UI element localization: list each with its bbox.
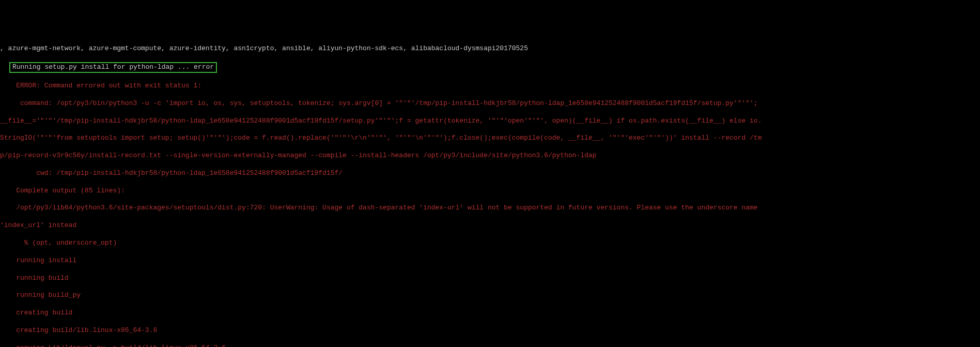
running-build: running build: [0, 274, 980, 283]
running-install: running install: [0, 257, 980, 265]
opt-line: % (opt, underscore_opt): [0, 239, 980, 248]
creating-build-lib: creating build/lib.linux-x86_64-3.6: [0, 326, 980, 335]
userwarning-cont: 'index_url' instead: [0, 221, 980, 230]
terminal-output[interactable]: , azure-mgmt-network, azure-mgmt-compute…: [0, 35, 980, 347]
running-build-py: running build_py: [0, 291, 980, 300]
command-line: command: /opt/py3/bin/python3 -u -c 'imp…: [0, 99, 980, 108]
command-cont-1: __file__='"'"'/tmp/pip-install-hdkjbr58/…: [0, 117, 980, 126]
error-header: ERROR: Command errored out with exit sta…: [0, 82, 980, 90]
complete-output-line: Complete output (85 lines):: [0, 187, 980, 195]
error-highlight-box: Running setup.py install for python-ldap…: [9, 62, 217, 73]
package-list-line: , azure-mgmt-network, azure-mgmt-compute…: [0, 44, 980, 53]
command-cont-3: p/pip-record-v3r9c56y/install-record.txt…: [0, 152, 980, 160]
creating-build: creating build: [0, 309, 980, 318]
copying-ldapurl: copying Lib/ldapurl.py -> build/lib.linu…: [0, 344, 980, 347]
cwd-line: cwd: /tmp/pip-install-hdkjbr58/python-ld…: [0, 169, 980, 178]
userwarning-line: /opt/py3/lib64/python3.6/site-packages/s…: [0, 204, 980, 213]
command-cont-2: StringIO('"'"'from setuptools import set…: [0, 134, 980, 143]
